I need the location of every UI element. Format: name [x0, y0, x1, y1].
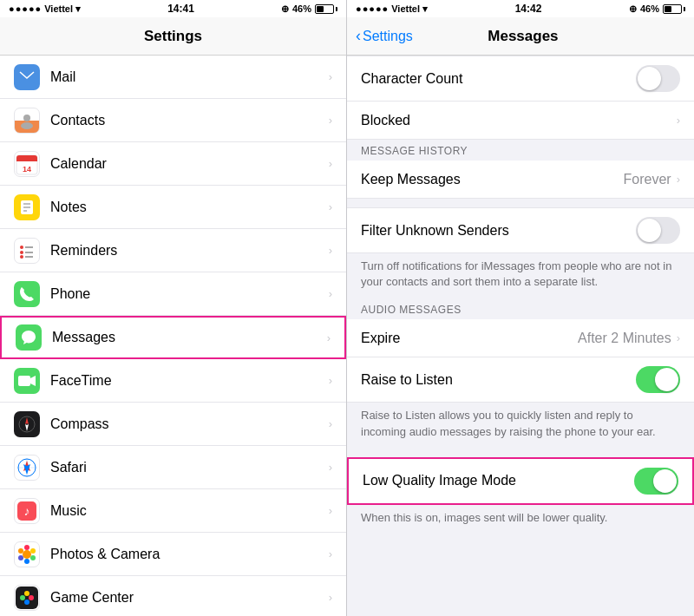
- raise-listen-toggle[interactable]: [636, 366, 680, 393]
- message-history-header: MESSAGE HISTORY: [347, 140, 694, 161]
- settings-item-calendar[interactable]: 14 Calendar ›: [0, 142, 346, 186]
- settings-item-messages[interactable]: Messages ›: [0, 316, 346, 359]
- music-label: Music: [50, 503, 325, 519]
- right-status-left: ●●●●● Viettel ▾: [356, 3, 428, 15]
- phone-chevron: ›: [329, 287, 332, 300]
- mail-chevron: ›: [329, 70, 332, 83]
- low-quality-toggle[interactable]: [634, 468, 678, 495]
- filter-unknown-toggle[interactable]: [636, 217, 680, 244]
- settings-item-mail[interactable]: Mail ›: [0, 56, 346, 99]
- signal-dots: ●●●●●: [9, 3, 42, 14]
- facetime-chevron: ›: [329, 374, 332, 387]
- left-time: 14:41: [167, 3, 194, 15]
- music-icon: ♪: [14, 498, 40, 524]
- right-wifi: ▾: [422, 3, 428, 15]
- character-count-label: Character Count: [361, 71, 636, 87]
- messages-icon: [16, 324, 42, 351]
- raise-listen-item[interactable]: Raise to Listen: [347, 357, 694, 403]
- settings-list: Mail › Contacts › 14 Calendar › Notes ›: [0, 56, 346, 616]
- settings-item-notes[interactable]: Notes ›: [0, 186, 346, 229]
- settings-item-facetime[interactable]: FaceTime ›: [0, 359, 346, 403]
- contacts-icon: [14, 108, 40, 134]
- expire-value: After 2 Minutes: [578, 331, 671, 346]
- right-battery-pct: 46%: [640, 3, 659, 14]
- filter-unknown-label: Filter Unknown Senders: [361, 223, 636, 239]
- reminders-icon: [14, 238, 40, 264]
- safari-label: Safari: [50, 460, 325, 475]
- expire-item[interactable]: Expire After 2 Minutes ›: [347, 319, 694, 357]
- svg-point-1: [23, 115, 30, 121]
- notes-label: Notes: [50, 200, 325, 215]
- blocked-item[interactable]: Blocked ›: [347, 102, 694, 140]
- reminders-label: Reminders: [50, 243, 325, 259]
- right-signal: ●●●●●: [356, 3, 389, 14]
- compass-label: Compass: [50, 416, 325, 432]
- location-icon: ⊕: [281, 3, 289, 15]
- left-nav-bar: Settings: [0, 17, 346, 56]
- svg-rect-5: [16, 159, 37, 161]
- right-carrier: Viettel: [391, 3, 420, 14]
- svg-point-13: [20, 251, 23, 254]
- facetime-icon: [14, 368, 40, 394]
- low-quality-note: When this is on, images sent will be low…: [347, 505, 694, 534]
- right-content: Character Count Blocked › MESSAGE HISTOR…: [347, 56, 694, 616]
- photos-icon: [14, 541, 40, 567]
- compass-icon: [14, 411, 40, 437]
- right-status-right: ⊕ 46%: [629, 3, 685, 15]
- expire-chevron: ›: [677, 331, 680, 344]
- svg-point-15: [20, 255, 23, 259]
- settings-item-contacts[interactable]: Contacts ›: [0, 99, 346, 142]
- calendar-icon: 14: [14, 151, 40, 177]
- svg-rect-37: [16, 587, 38, 609]
- raise-listen-label: Raise to Listen: [361, 372, 636, 388]
- photos-label: Photos & Camera: [50, 547, 325, 562]
- left-status-left: ●●●●● Viettel ▾: [9, 3, 81, 15]
- settings-item-compass[interactable]: Compass ›: [0, 403, 346, 446]
- svg-point-35: [18, 555, 23, 560]
- facetime-label: FaceTime: [50, 373, 325, 389]
- audio-messages-header: AUDIO MESSAGES: [347, 298, 694, 319]
- svg-point-38: [20, 595, 25, 600]
- svg-point-40: [24, 591, 29, 596]
- right-battery-icon: [663, 4, 685, 14]
- safari-chevron: ›: [329, 461, 332, 474]
- right-nav-bar: ‹ Settings Messages: [347, 17, 694, 56]
- messages-chevron: ›: [327, 331, 331, 344]
- left-nav-title: Settings: [144, 28, 202, 45]
- left-battery-pct: 46%: [292, 3, 311, 14]
- settings-item-music[interactable]: ♪ Music ›: [0, 489, 346, 533]
- settings-item-gamecenter[interactable]: Game Center ›: [0, 576, 346, 616]
- low-quality-label: Low Quality Image Mode: [363, 473, 634, 488]
- svg-point-39: [29, 595, 34, 600]
- right-location: ⊕: [629, 3, 637, 15]
- keep-messages-item[interactable]: Keep Messages Forever ›: [347, 161, 694, 199]
- svg-marker-18: [30, 376, 36, 386]
- left-panel: ●●●●● Viettel ▾ 14:41 ⊕ 46% Settings Mai…: [0, 0, 347, 616]
- battery-icon: [315, 4, 337, 14]
- svg-point-32: [30, 548, 36, 554]
- character-count-toggle[interactable]: [636, 65, 680, 92]
- filter-unknown-item[interactable]: Filter Unknown Senders: [347, 207, 694, 253]
- svg-point-34: [24, 559, 29, 564]
- settings-item-phone[interactable]: Phone ›: [0, 272, 346, 316]
- settings-item-photos[interactable]: Photos & Camera ›: [0, 533, 346, 576]
- left-status-right: ⊕ 46%: [281, 3, 337, 15]
- calendar-chevron: ›: [329, 157, 332, 170]
- notes-chevron: ›: [329, 200, 332, 213]
- svg-point-30: [23, 550, 31, 559]
- character-count-item[interactable]: Character Count: [347, 56, 694, 102]
- reminders-chevron: ›: [329, 244, 332, 257]
- settings-item-reminders[interactable]: Reminders ›: [0, 229, 346, 272]
- svg-text:14: 14: [23, 165, 31, 174]
- mail-label: Mail: [50, 69, 325, 85]
- expire-label: Expire: [361, 331, 578, 346]
- low-quality-item[interactable]: Low Quality Image Mode: [347, 457, 694, 505]
- right-time: 14:42: [515, 3, 542, 15]
- phone-label: Phone: [50, 286, 325, 302]
- svg-point-41: [24, 600, 29, 605]
- svg-point-2: [21, 122, 33, 129]
- svg-point-31: [24, 545, 29, 550]
- settings-item-safari[interactable]: Safari ›: [0, 446, 346, 489]
- low-quality-knob: [653, 469, 677, 493]
- contacts-label: Contacts: [50, 113, 325, 128]
